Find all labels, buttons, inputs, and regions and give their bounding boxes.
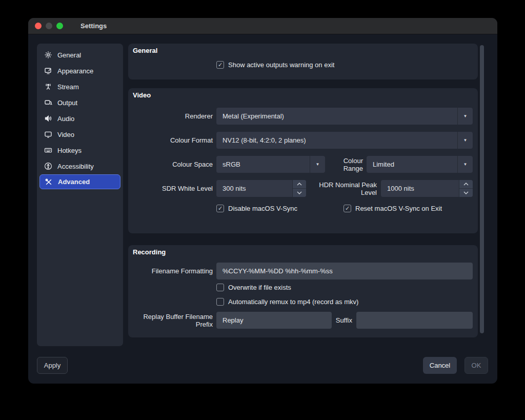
output-icon <box>44 98 52 107</box>
accessibility-icon <box>44 162 52 170</box>
renderer-label: Renderer <box>128 112 216 120</box>
sidebar-item-hotkeys[interactable]: Hotkeys <box>39 143 120 158</box>
sidebar-item-accessibility[interactable]: Accessibility <box>39 158 120 174</box>
chevron-down-icon[interactable] <box>457 156 473 173</box>
checkbox-icon[interactable] <box>216 284 224 291</box>
gear-icon <box>44 51 52 59</box>
sidebar-item-label: Video <box>57 131 74 138</box>
hdr-peak-level-label: HDR Nominal Peak Level <box>306 181 381 196</box>
broadcast-icon <box>44 83 52 91</box>
video-section: Video Renderer Metal (Experimental) Colo… <box>128 88 478 233</box>
filename-formatting-input[interactable] <box>216 263 473 279</box>
close-button[interactable] <box>35 23 42 29</box>
general-section: General Show active outputs warning on e… <box>128 44 478 79</box>
show-active-outputs-warning-checkbox[interactable]: Show active outputs warning on exit <box>216 61 334 69</box>
colour-format-dropdown[interactable]: NV12 (8-bit, 4:2:0, 2 planes) <box>216 132 473 149</box>
disable-vsync-checkbox[interactable]: Disable macOS V-Sync <box>216 205 344 212</box>
sidebar-item-label: Audio <box>57 115 74 123</box>
reset-vsync-checkbox[interactable]: Reset macOS V-Sync on Exit <box>344 205 442 212</box>
recording-section: Recording Filename Formatting Overwrite … <box>128 245 478 337</box>
auto-remux-checkbox[interactable]: Automatically remux to mp4 (record as mk… <box>216 298 358 306</box>
sidebar-item-label: Appearance <box>57 67 93 75</box>
sdr-white-level-spinbox[interactable]: 300 nits <box>216 180 306 197</box>
checkbox-icon[interactable] <box>216 61 224 69</box>
replay-prefix-label: Replay Buffer Filename Prefix <box>128 313 216 328</box>
keyboard-icon <box>44 146 52 154</box>
suffix-input[interactable] <box>356 312 473 329</box>
minimize-button <box>46 23 52 29</box>
sidebar-item-audio[interactable]: Audio <box>39 111 120 126</box>
speaker-icon <box>44 114 52 123</box>
checkbox-icon[interactable] <box>344 205 351 212</box>
appearance-icon <box>44 67 52 75</box>
sidebar-item-stream[interactable]: Stream <box>39 79 120 94</box>
colour-space-label: Colour Space <box>128 161 216 168</box>
suffix-label: Suffix <box>332 316 356 324</box>
sidebar-item-label: Accessibility <box>57 163 94 170</box>
titlebar[interactable]: Settings <box>28 18 497 34</box>
renderer-dropdown[interactable]: Metal (Experimental) <box>216 108 473 125</box>
colour-range-dropdown[interactable]: Limited <box>367 156 473 173</box>
scrollbar-thumb[interactable] <box>480 45 484 333</box>
overwrite-if-exists-checkbox[interactable]: Overwrite if file exists <box>216 284 291 291</box>
cancel-button[interactable]: Cancel <box>423 357 457 374</box>
checkbox-icon[interactable] <box>216 205 224 212</box>
settings-sidebar: General Appearance Stream Output Audio <box>37 44 123 346</box>
video-section-title: Video <box>133 91 151 99</box>
step-down-button[interactable] <box>293 189 306 197</box>
chevron-down-icon[interactable] <box>457 132 473 149</box>
filename-formatting-label: Filename Formatting <box>128 267 216 275</box>
sidebar-item-label: Output <box>57 99 77 107</box>
colour-range-label: Colour Range <box>325 157 367 172</box>
step-up-button[interactable] <box>459 180 473 189</box>
sidebar-item-advanced[interactable]: Advanced <box>39 174 120 189</box>
window-title: Settings <box>80 22 107 30</box>
settings-window: Settings General Appearance Stream Outp <box>28 18 497 384</box>
hdr-peak-level-spinbox[interactable]: 1000 nits <box>381 180 473 197</box>
content-scrollbar[interactable] <box>480 44 484 338</box>
chevron-down-icon[interactable] <box>310 156 325 173</box>
sidebar-item-general[interactable]: General <box>39 47 120 63</box>
sidebar-item-label: Hotkeys <box>57 147 82 154</box>
sidebar-item-appearance[interactable]: Appearance <box>39 63 120 78</box>
chevron-down-icon[interactable] <box>457 108 473 125</box>
zoom-button[interactable] <box>56 23 63 29</box>
colour-space-dropdown[interactable]: sRGB <box>216 156 325 173</box>
recording-section-title: Recording <box>133 248 166 256</box>
sidebar-item-video[interactable]: Video <box>39 127 120 142</box>
display-icon <box>44 130 52 138</box>
replay-prefix-input[interactable] <box>216 312 332 329</box>
sidebar-item-output[interactable]: Output <box>39 95 120 110</box>
tools-icon <box>45 178 53 186</box>
step-down-button[interactable] <box>459 189 473 197</box>
step-up-button[interactable] <box>293 180 306 189</box>
sidebar-item-label: General <box>57 51 81 59</box>
sdr-white-level-label: SDR White Level <box>128 185 216 192</box>
ok-button[interactable]: OK <box>465 357 488 374</box>
general-section-title: General <box>133 47 157 54</box>
colour-format-label: Colour Format <box>128 136 216 144</box>
sidebar-item-label: Stream <box>57 83 79 91</box>
sidebar-item-label: Advanced <box>58 178 90 186</box>
checkbox-icon[interactable] <box>216 298 224 306</box>
apply-button[interactable]: Apply <box>37 357 68 374</box>
